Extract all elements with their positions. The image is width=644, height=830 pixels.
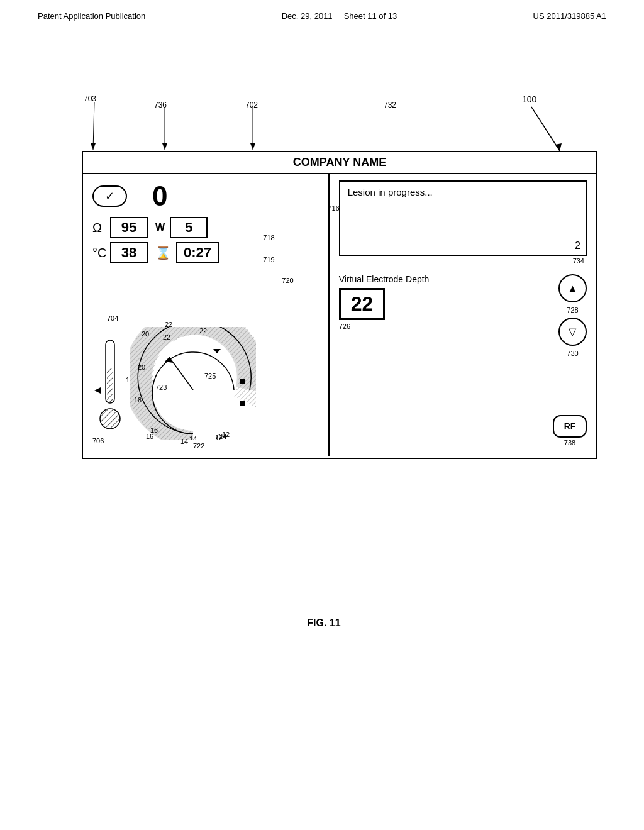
- ref-736: 736: [154, 101, 167, 109]
- ref-722: 722: [193, 442, 204, 450]
- svg-marker-1: [555, 143, 562, 151]
- svg-rect-16: [240, 379, 245, 384]
- virtual-electrode-label: Virtual Electrode Depth: [339, 274, 549, 284]
- ref-732: 732: [384, 101, 396, 109]
- corner-number: 2: [575, 240, 580, 252]
- ref-702: 702: [245, 101, 258, 109]
- power-box: 5: [170, 217, 208, 238]
- device-header: COMPANY NAME: [83, 152, 596, 174]
- device-box: COMPANY NAME ✓ 0 Ω 95 W: [82, 151, 597, 459]
- thermometer-svg: [94, 337, 126, 438]
- svg-marker-12: [94, 387, 101, 394]
- check-symbol: ✓: [105, 189, 114, 203]
- header-patent: US 2011/319885 A1: [533, 11, 606, 21]
- virtual-electrode-section: Virtual Electrode Depth 22 726 ▲ 728 ▽ 7…: [339, 274, 587, 357]
- checkbox-pill[interactable]: ✓: [92, 185, 127, 207]
- thermometer: [94, 337, 129, 440]
- svg-text:22: 22: [163, 333, 170, 341]
- virtual-value-box: 22: [339, 288, 386, 320]
- ref-706: 706: [92, 437, 104, 445]
- left-panel: ✓ 0 Ω 95 W 5 °C: [83, 174, 330, 456]
- lesion-box: Lesion in progress... 2: [339, 180, 587, 256]
- controls-column: ▲ 728 ▽ 730: [558, 274, 587, 357]
- timer-icon: ⌛: [155, 245, 171, 260]
- ref-719: 719: [263, 256, 274, 263]
- ref-20: 20: [142, 330, 149, 338]
- gauge-area: 18 704 706: [89, 324, 322, 450]
- svg-marker-5: [162, 143, 167, 150]
- ref-738: 738: [553, 439, 587, 446]
- device-body: ✓ 0 Ω 95 W 5 °C: [83, 174, 596, 456]
- svg-line-0: [531, 107, 560, 151]
- ref-704: 704: [107, 314, 118, 322]
- ref-14: 14: [180, 438, 188, 445]
- svg-rect-17: [240, 401, 245, 406]
- figure-container: 703 736 702 732 100 COMPANY NAME: [44, 94, 604, 534]
- status-row: ✓ 0: [92, 180, 319, 212]
- donut-gauge: 12 14 16 18 20 22 22 20: [130, 327, 256, 440]
- ref-725: 725: [204, 372, 216, 380]
- ref-16: 16: [146, 433, 153, 440]
- virtual-electrode-info: Virtual Electrode Depth 22 726: [339, 274, 549, 330]
- svg-line-2: [93, 102, 94, 150]
- temp-symbol: °C: [92, 246, 110, 260]
- ref-720: 720: [282, 277, 293, 284]
- temp-row: °C 38 ⌛ 0:27: [92, 242, 319, 263]
- timer-box: 0:27: [176, 242, 219, 263]
- right-panel: Lesion in progress... 2 734 Virtual Elec…: [330, 174, 596, 456]
- svg-marker-3: [91, 143, 96, 150]
- ref-726: 726: [339, 323, 549, 330]
- patent-header: Patent Application Publication Dec. 29, …: [0, 0, 644, 27]
- svg-point-11: [100, 409, 120, 429]
- gauge-svg: 12 14 16 18 20 22: [130, 327, 256, 440]
- svg-text:18: 18: [134, 396, 142, 404]
- ref-703: 703: [84, 94, 96, 103]
- impedance-row: Ω 95 W 5: [92, 217, 319, 238]
- impedance-box: 95: [110, 217, 148, 238]
- rf-button-container: RF 738: [553, 409, 587, 446]
- header-date-sheet: Dec. 29, 2011 Sheet 11 of 13: [282, 11, 397, 21]
- ref-734: 734: [573, 257, 584, 265]
- temp-box: 38: [110, 242, 148, 263]
- header-left: Patent Application Publication: [38, 11, 145, 21]
- figure-caption: FIG. 11: [307, 617, 340, 629]
- power-symbol: W: [155, 222, 165, 233]
- ref-22-top: 22: [165, 321, 172, 328]
- ref-723: 723: [155, 384, 167, 391]
- svg-marker-15: [213, 349, 221, 353]
- ref-728: 728: [567, 306, 578, 314]
- svg-text:14: 14: [189, 435, 197, 440]
- impedance-symbol: Ω: [92, 221, 110, 235]
- ref-724: 724: [215, 433, 226, 440]
- svg-text:20: 20: [138, 363, 145, 371]
- ref-718: 718: [263, 234, 274, 241]
- svg-marker-7: [250, 143, 255, 150]
- rf-button[interactable]: RF: [553, 415, 587, 438]
- ref-22-label: 22: [199, 327, 207, 335]
- ref-730: 730: [567, 350, 578, 357]
- ref-100: 100: [522, 94, 536, 104]
- svg-rect-10: [107, 368, 113, 403]
- main-value: 0: [152, 180, 167, 212]
- lesion-text: Lesion in progress...: [348, 187, 433, 197]
- up-arrow-button[interactable]: ▲: [558, 274, 587, 302]
- down-arrow-button[interactable]: ▽: [558, 318, 587, 346]
